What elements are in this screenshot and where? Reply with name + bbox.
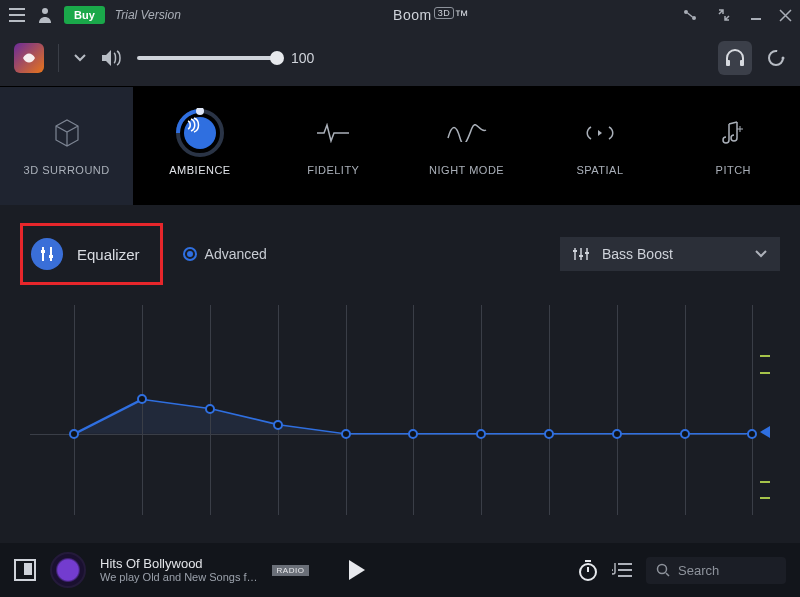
eq-band-line <box>617 305 618 515</box>
effects-strip: 3D SURROUND AMBIENCE FIDELITY NIGHT MODE… <box>0 86 800 205</box>
track-subtitle: We play Old and New Songs f… <box>100 571 258 584</box>
cube-icon <box>50 116 84 150</box>
title-bar-left: Buy Trial Version <box>8 6 181 24</box>
eq-gain-pointer[interactable] <box>760 426 770 438</box>
title-bar-right <box>681 6 792 24</box>
advanced-toggle[interactable]: Advanced <box>183 246 267 262</box>
track-info: Hits Of Bollywood We play Old and New So… <box>100 556 258 585</box>
pitch-icon <box>721 116 745 150</box>
svg-rect-12 <box>579 255 583 257</box>
eq-band-handle[interactable] <box>273 420 283 430</box>
svg-rect-11 <box>573 250 577 252</box>
eq-band-handle[interactable] <box>544 429 554 439</box>
effect-ambience[interactable]: AMBIENCE <box>133 87 266 205</box>
eq-band-handle[interactable] <box>341 429 351 439</box>
trial-label: Trial Version <box>115 8 181 22</box>
svg-point-0 <box>42 8 48 14</box>
now-playing-icon[interactable] <box>14 559 36 581</box>
preset-sliders-icon <box>572 247 590 261</box>
equalizer-label: Equalizer <box>77 246 140 263</box>
radio-badge: RADIO <box>272 565 310 576</box>
app-badge-3d: 3D <box>434 7 455 19</box>
eq-band-handle[interactable] <box>137 394 147 404</box>
app-logo[interactable] <box>14 43 44 73</box>
ambience-icon <box>175 116 225 150</box>
preset-dropdown[interactable]: Bass Boost <box>560 237 780 271</box>
effect-label: AMBIENCE <box>169 164 230 176</box>
volume-slider[interactable] <box>137 56 277 60</box>
share-icon[interactable] <box>681 6 699 24</box>
eq-band-line <box>752 305 753 515</box>
eq-band-line <box>549 305 550 515</box>
svg-rect-3 <box>726 60 730 66</box>
play-button[interactable] <box>347 559 367 581</box>
svg-rect-13 <box>585 252 589 254</box>
eq-band-handle[interactable] <box>408 429 418 439</box>
spatial-icon <box>583 116 617 150</box>
effect-label: FIDELITY <box>307 164 359 176</box>
eq-band-handle[interactable] <box>205 404 215 414</box>
eq-gain-scale <box>756 319 770 521</box>
svg-rect-10 <box>49 255 53 258</box>
eq-band-line <box>74 305 75 515</box>
volume-slider-thumb[interactable] <box>270 51 284 65</box>
tm-symbol: ™ <box>454 7 469 23</box>
eq-band-line <box>413 305 414 515</box>
equalizer-toggle-highlight: Equalizer <box>20 223 163 285</box>
effect-label: 3D SURROUND <box>24 164 110 176</box>
equalizer-header: Equalizer Advanced Bass Boost <box>0 205 800 295</box>
divider <box>58 44 59 72</box>
search-input[interactable]: Search <box>646 557 786 584</box>
advanced-label: Advanced <box>205 246 267 262</box>
eq-band-handle[interactable] <box>69 429 79 439</box>
effect-pitch[interactable]: PITCH <box>667 87 800 205</box>
effect-label: PITCH <box>716 164 752 176</box>
wave-icon <box>447 116 487 150</box>
chevron-down-icon <box>754 249 768 259</box>
eq-midline <box>30 434 746 435</box>
collapse-icon[interactable] <box>715 6 733 24</box>
effect-night-mode[interactable]: NIGHT MODE <box>400 87 533 205</box>
effect-fidelity[interactable]: FIDELITY <box>267 87 400 205</box>
album-art[interactable] <box>50 552 86 588</box>
menu-icon[interactable] <box>8 6 26 24</box>
eq-band-line <box>142 305 143 515</box>
minimize-button[interactable] <box>749 8 763 22</box>
eq-band-handle[interactable] <box>680 429 690 439</box>
preset-name: Bass Boost <box>602 246 673 262</box>
player-bar: Hits Of Bollywood We play Old and New So… <box>0 543 800 597</box>
queue-icon[interactable] <box>612 561 632 579</box>
svg-point-6 <box>782 57 785 60</box>
app-name: Boom <box>393 7 432 23</box>
eq-band-handle[interactable] <box>747 429 757 439</box>
pulse-icon <box>316 116 350 150</box>
track-title: Hits Of Bollywood <box>100 556 258 572</box>
radio-icon <box>183 247 197 261</box>
svg-rect-9 <box>41 250 45 253</box>
close-button[interactable] <box>779 9 792 22</box>
effect-label: NIGHT MODE <box>429 164 504 176</box>
eq-curve <box>30 305 770 535</box>
equalizer-icon[interactable] <box>31 238 63 270</box>
eq-band-line <box>481 305 482 515</box>
svg-point-8 <box>196 108 204 115</box>
eq-band-handle[interactable] <box>476 429 486 439</box>
account-icon[interactable] <box>36 6 54 24</box>
toolbar: 100 <box>0 30 800 86</box>
sleep-timer-icon[interactable] <box>578 559 598 581</box>
svg-point-5 <box>769 51 783 65</box>
buy-button[interactable]: Buy <box>64 6 105 24</box>
power-cycle-icon[interactable] <box>766 48 786 68</box>
svg-point-15 <box>658 565 667 574</box>
eq-band-line <box>685 305 686 515</box>
effect-spatial[interactable]: SPATIAL <box>533 87 666 205</box>
chevron-down-icon[interactable] <box>73 53 87 63</box>
eq-band-handle[interactable] <box>612 429 622 439</box>
volume-icon[interactable] <box>101 49 123 67</box>
headphones-button[interactable] <box>718 41 752 75</box>
effect-3d-surround[interactable]: 3D SURROUND <box>0 87 133 205</box>
svg-rect-4 <box>740 60 744 66</box>
eq-band-line <box>346 305 347 515</box>
equalizer-graph[interactable] <box>30 305 770 535</box>
search-placeholder: Search <box>678 563 719 578</box>
